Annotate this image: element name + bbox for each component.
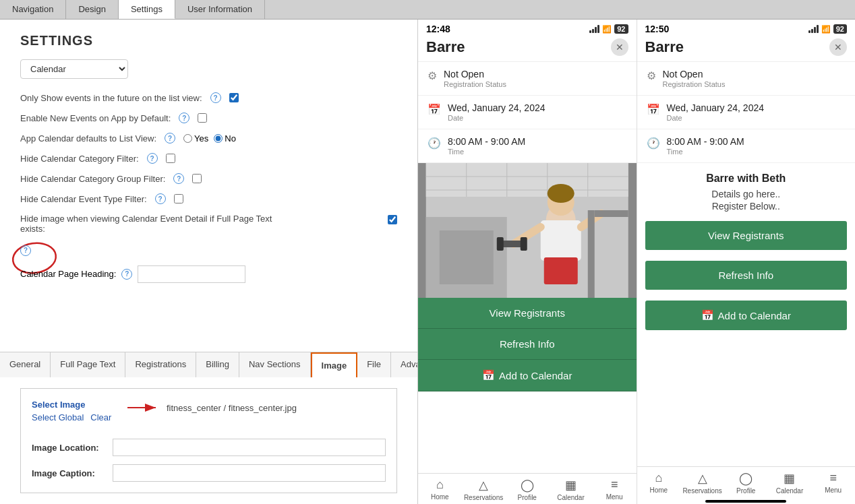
phone1-time-label: Time <box>448 148 525 156</box>
svg-rect-22 <box>521 237 527 251</box>
phone2-profile-icon: ◯ <box>739 471 753 486</box>
phone1-refresh-info-btn[interactable]: Refresh Info <box>418 329 637 360</box>
checkbox-hide-image[interactable] <box>388 215 397 224</box>
phone1-nav-home[interactable]: ⌂ Home <box>418 474 462 504</box>
phone2-profile-label: Profile <box>736 487 755 495</box>
svg-rect-17 <box>544 257 578 284</box>
phone1-status-bar: 12:48 📶 92 <box>418 20 637 36</box>
tab-general[interactable]: General <box>0 352 51 377</box>
help-icon-new-events[interactable]: ? <box>179 113 189 123</box>
checkbox-event-type-filter[interactable] <box>174 194 183 203</box>
phone2-reg-status-label: Registration Status <box>663 80 726 88</box>
help-icon-list-view[interactable]: ? <box>165 133 175 144</box>
phone1-nav-calendar[interactable]: ▦ Calendar <box>549 474 593 504</box>
phone1-nav-profile[interactable]: ◯ Profile <box>505 474 549 504</box>
phone2-add-to-calendar-btn[interactable]: 📅 Add to Calendar <box>645 301 848 330</box>
tab-navigation[interactable]: Navigation <box>0 0 66 19</box>
phone1-add-to-calendar-btn[interactable]: 📅 Add to Calendar <box>418 360 637 391</box>
checkbox-future-events[interactable] <box>229 93 239 102</box>
phone1-reg-status: Not Open <box>444 69 506 80</box>
setting-label-hide-image: Hide image when viewing Calendar Event D… <box>20 214 276 234</box>
phone1-view-registrants-btn[interactable]: View Registrants <box>418 298 637 329</box>
phone-mockup-1: 12:48 📶 92 Barre ✕ <box>418 20 637 504</box>
phone2-signal <box>808 25 819 33</box>
select-global-link[interactable]: Select Global <box>32 412 84 422</box>
radio-yes[interactable] <box>183 134 192 143</box>
phone1-nav-menu[interactable]: ≡ Menu <box>593 474 637 504</box>
phone2-wifi: 📶 <box>821 25 831 34</box>
tab-full-page-text[interactable]: Full Page Text <box>51 352 125 377</box>
phone2-home-icon: ⌂ <box>655 471 662 485</box>
phone2-calendar-nav-icon: ▦ <box>784 471 795 486</box>
phone1-menu-label: Menu <box>606 493 623 501</box>
settings-content: SETTINGS Calendar Events Classes Only Sh… <box>0 20 417 352</box>
tab-user-information[interactable]: User Information <box>175 0 265 19</box>
radio-yes-label: Yes <box>183 133 208 144</box>
phone2-date-label: Date <box>667 114 765 122</box>
phone2-nav-profile[interactable]: ◯ Profile <box>724 467 768 497</box>
phone1-title: Barre <box>426 38 465 56</box>
clear-link[interactable]: Clear <box>90 412 111 422</box>
phone1-reservations-icon: △ <box>479 478 488 493</box>
tab-settings[interactable]: Settings <box>119 0 175 19</box>
help-icon-calendar-heading[interactable]: ? <box>121 269 132 280</box>
tab-image[interactable]: Image <box>311 352 358 377</box>
phone1-reg-status-label: Registration Status <box>444 80 506 88</box>
help-icon-event-type-filter[interactable]: ? <box>155 193 166 204</box>
phone1-calendar-icon: 📅 <box>428 103 441 116</box>
svg-point-15 <box>548 184 574 203</box>
phone2-event-title: Barre with Beth <box>647 172 846 185</box>
phone2-refresh-info-btn[interactable]: Refresh Info <box>645 261 848 290</box>
image-path-value: fitness_center / fitness_center.jpg <box>167 403 297 413</box>
tab-file[interactable]: File <box>357 352 391 377</box>
input-calendar-heading[interactable] <box>138 265 245 283</box>
tab-nav-sections[interactable]: Nav Sections <box>239 352 311 377</box>
phone1-date: Wed, January 24, 2024 <box>448 102 546 113</box>
settings-panel: SETTINGS Calendar Events Classes Only Sh… <box>0 20 418 504</box>
phone2-menu-icon: ≡ <box>829 471 837 485</box>
image-caption-label: Image Caption: <box>32 468 106 478</box>
tab-billing[interactable]: Billing <box>196 352 239 377</box>
phone2-reservations-icon: △ <box>698 471 707 486</box>
image-location-input[interactable] <box>113 439 386 456</box>
tab-design[interactable]: Design <box>66 0 118 19</box>
phone1-wifi: 📶 <box>602 25 612 34</box>
phone2-event-text: Barre with Beth Details go here.. Regist… <box>637 163 856 216</box>
phone2-nav-menu[interactable]: ≡ Menu <box>811 467 855 497</box>
tab-advanced[interactable]: Advanced <box>391 352 418 377</box>
settings-dropdown[interactable]: Calendar Events Classes <box>20 59 128 79</box>
checkbox-category-filter[interactable] <box>166 154 175 163</box>
phone1-home-icon: ⌂ <box>436 478 444 492</box>
checkbox-category-group-filter[interactable] <box>192 174 202 183</box>
phone1-home-label: Home <box>431 493 449 501</box>
phone1-calendar-nav-icon: ▦ <box>565 478 577 493</box>
phone1-nav-reservations[interactable]: △ Reservations <box>462 474 506 504</box>
phone2-time-row: 🕐 8:00 AM - 9:00 AM Time <box>637 129 856 163</box>
help-icon-category-group-filter[interactable]: ? <box>173 173 184 184</box>
image-caption-input[interactable] <box>113 464 386 482</box>
help-icon-category-filter[interactable]: ? <box>147 153 158 164</box>
phone1-signal <box>589 25 599 33</box>
phone2-nav-reservations[interactable]: △ Reservations <box>680 467 724 497</box>
svg-rect-20 <box>500 241 524 247</box>
phone2-event-detail2: Register Below.. <box>647 201 846 212</box>
radio-no[interactable] <box>214 134 223 143</box>
phone2-calendar-icon: 📅 <box>647 103 660 116</box>
phone1-battery-badge: 92 <box>614 24 628 34</box>
phone2-close-btn[interactable]: ✕ <box>829 38 847 56</box>
phone2-nav-home[interactable]: ⌂ Home <box>637 467 681 497</box>
checkbox-new-events[interactable] <box>198 113 207 123</box>
phone1-close-btn[interactable]: ✕ <box>611 38 628 56</box>
phone2-view-registrants-btn[interactable]: View Registrants <box>645 221 848 250</box>
select-image-title[interactable]: Select Image <box>32 400 126 410</box>
top-tab-bar: Navigation Design Settings User Informat… <box>0 0 855 20</box>
help-icon-hide-image[interactable]: ? <box>20 245 31 256</box>
setting-row-list-view: App Calendar defaults to List View: ? Ye… <box>20 133 397 144</box>
phone2-add-to-calendar-label: Add to Calendar <box>718 310 791 321</box>
help-icon-future-events[interactable]: ? <box>210 92 221 103</box>
gym-svg <box>418 163 637 298</box>
phone2-nav-calendar[interactable]: ▦ Calendar <box>768 467 812 497</box>
phone2-home-indicator <box>705 500 786 503</box>
tab-registrations[interactable]: Registrations <box>125 352 196 377</box>
phone1-reg-status-row: ⚙ Not Open Registration Status <box>418 62 637 96</box>
